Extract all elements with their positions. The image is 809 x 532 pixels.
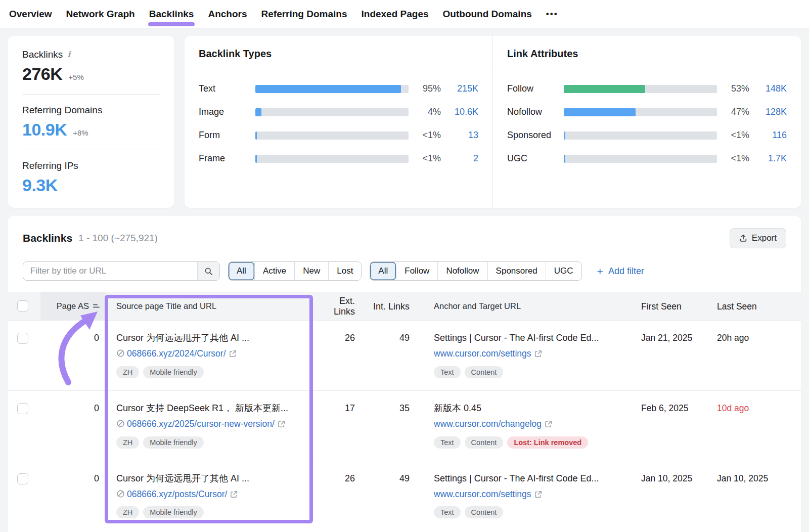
page-as-value: 0: [40, 472, 106, 484]
bar-value-link[interactable]: 2: [441, 153, 478, 164]
summary-referring-ips: Referring IPs 9.3K: [22, 160, 160, 195]
divider: [22, 94, 160, 95]
summary-refips-value[interactable]: 9.3K: [22, 175, 58, 195]
backlinks-table: Page AS Source page Title and URL Ext. L…: [8, 292, 801, 530]
first-seen-value: Jan 21, 2025: [636, 332, 712, 343]
mobile-friendly-badge: Mobile friendly: [143, 506, 204, 518]
placement-badge: Content: [465, 366, 504, 378]
attr-filter-all[interactable]: All: [370, 262, 396, 280]
target-url-link[interactable]: www.cursor.com/settings: [434, 348, 531, 359]
status-filter-all[interactable]: All: [229, 262, 254, 280]
bar-value-link[interactable]: 10.6K: [441, 107, 478, 117]
source-title: Cursor 为何远远甩开了其他 AI ...: [116, 332, 300, 344]
sort-icon: [93, 302, 100, 309]
tab-backlinks[interactable]: Backlinks: [149, 9, 194, 20]
external-link-icon[interactable]: [534, 491, 542, 498]
bar-value-link[interactable]: 116: [749, 130, 787, 141]
external-link-icon[interactable]: [534, 350, 542, 358]
column-header-page-as[interactable]: Page AS: [40, 292, 106, 320]
more-tabs-icon[interactable]: •••: [546, 9, 558, 19]
int-links-value: 49: [362, 472, 417, 484]
bar-value-link[interactable]: 215K: [441, 83, 478, 94]
bar-value-link[interactable]: 148K: [749, 83, 787, 94]
table-row: 0 Cursor 为何远远甩开了其他 AI ... 068666.xyz/pos…: [8, 461, 801, 531]
tab-network-graph[interactable]: Network Graph: [66, 9, 135, 20]
export-button[interactable]: Export: [730, 228, 786, 248]
anchor-text: Settings | Cursor - The AI-first Code Ed…: [434, 332, 626, 344]
tab-referring-domains[interactable]: Referring Domains: [261, 9, 347, 20]
external-link-icon[interactable]: [278, 420, 285, 428]
target-url-link[interactable]: www.cursor.com/settings: [434, 489, 531, 499]
bar-row-image: Image 4% 10.6K: [199, 107, 478, 117]
column-header-ext-links[interactable]: Ext. Links: [313, 295, 362, 317]
select-all-checkbox[interactable]: [17, 300, 28, 312]
export-icon: [739, 234, 747, 242]
source-url-link[interactable]: 068666.xyz/2024/Cursor/: [127, 348, 226, 359]
attr-filter-nofollow[interactable]: Nofollow: [437, 262, 487, 280]
bar-value-link[interactable]: 13: [441, 130, 478, 141]
tab-overview[interactable]: Overview: [9, 9, 52, 20]
attribute-filter-group: All Follow Nofollow Sponsored UGC: [370, 261, 581, 281]
bar-label: Nofollow: [507, 107, 564, 117]
bar-percent: 47%: [717, 107, 749, 117]
bar-percent: <1%: [409, 153, 441, 164]
bar-label: Text: [199, 83, 255, 94]
summary-backlinks-value: 276K: [22, 64, 62, 84]
row-checkbox[interactable]: [17, 333, 28, 344]
column-header-first-seen[interactable]: First Seen: [636, 300, 712, 312]
page-as-value: 0: [40, 332, 106, 343]
mobile-friendly-badge: Mobile friendly: [143, 436, 204, 449]
filter-input[interactable]: [23, 262, 197, 280]
nofollow-icon: [116, 419, 125, 428]
tab-anchors[interactable]: Anchors: [208, 9, 247, 20]
int-links-value: 35: [362, 402, 417, 414]
placement-badge: Content: [465, 506, 504, 518]
bar-value-link[interactable]: 1.7K: [749, 153, 787, 164]
link-attributes-panel: Link Attributes Follow 53% 148K Nofollow…: [492, 36, 801, 208]
bar-label: Image: [199, 107, 255, 117]
ext-links-value: 17: [313, 402, 362, 414]
attr-filter-sponsored[interactable]: Sponsored: [487, 262, 546, 280]
column-header-source[interactable]: Source page Title and URL: [106, 301, 313, 311]
status-filter-lost[interactable]: Lost: [328, 262, 361, 280]
attr-filter-follow[interactable]: Follow: [396, 262, 437, 280]
bar-track: [255, 131, 409, 140]
source-title: Cursor 支持 DeepSeek R1， 新版本更新...: [116, 402, 300, 414]
bar-label: UGC: [507, 153, 564, 164]
row-checkbox[interactable]: [17, 473, 28, 484]
tab-indexed-pages[interactable]: Indexed Pages: [362, 9, 429, 20]
external-link-icon[interactable]: [545, 420, 552, 428]
bar-track: [255, 108, 409, 116]
last-seen-value: 10d ago: [712, 402, 801, 414]
add-filter-button[interactable]: + Add filter: [597, 266, 644, 277]
search-icon: [204, 267, 213, 276]
target-url-link[interactable]: www.cursor.com/changelog: [434, 419, 542, 429]
bar-label: Sponsored: [507, 130, 564, 141]
tab-outbound-domains[interactable]: Outbound Domains: [443, 9, 532, 20]
add-filter-label: Add filter: [608, 266, 644, 277]
table-row: 0 Cursor 支持 DeepSeek R1， 新版本更新... 068666…: [8, 390, 801, 461]
bar-label: Follow: [507, 83, 564, 94]
title-url-filter: [23, 261, 220, 281]
column-header-int-links[interactable]: Int. Links: [362, 300, 417, 312]
bar-value-link[interactable]: 128K: [749, 107, 787, 117]
ext-links-value: 26: [313, 332, 362, 343]
bar-percent: <1%: [717, 153, 749, 164]
attr-filter-ugc[interactable]: UGC: [546, 262, 581, 280]
search-button[interactable]: [197, 262, 219, 280]
info-icon[interactable]: i: [67, 51, 70, 59]
column-header-anchor[interactable]: Anchor and Target URL: [417, 301, 636, 311]
language-badge: ZH: [116, 366, 139, 378]
external-link-icon[interactable]: [229, 350, 237, 358]
source-url-link[interactable]: 068666.xyz/2025/cursor-new-version/: [127, 419, 275, 429]
status-filter-active[interactable]: Active: [254, 262, 294, 280]
status-filter-new[interactable]: New: [294, 262, 328, 280]
export-label: Export: [752, 233, 777, 243]
summary-refdomains-value[interactable]: 10.9K: [22, 120, 67, 140]
row-checkbox[interactable]: [17, 403, 28, 414]
source-url-link[interactable]: 068666.xyz/posts/Cursor/: [127, 489, 227, 499]
mobile-friendly-badge: Mobile friendly: [143, 366, 204, 378]
external-link-icon[interactable]: [230, 491, 238, 498]
bar-row-form: Form <1% 13: [199, 130, 478, 141]
column-header-last-seen[interactable]: Last Seen: [712, 300, 801, 312]
